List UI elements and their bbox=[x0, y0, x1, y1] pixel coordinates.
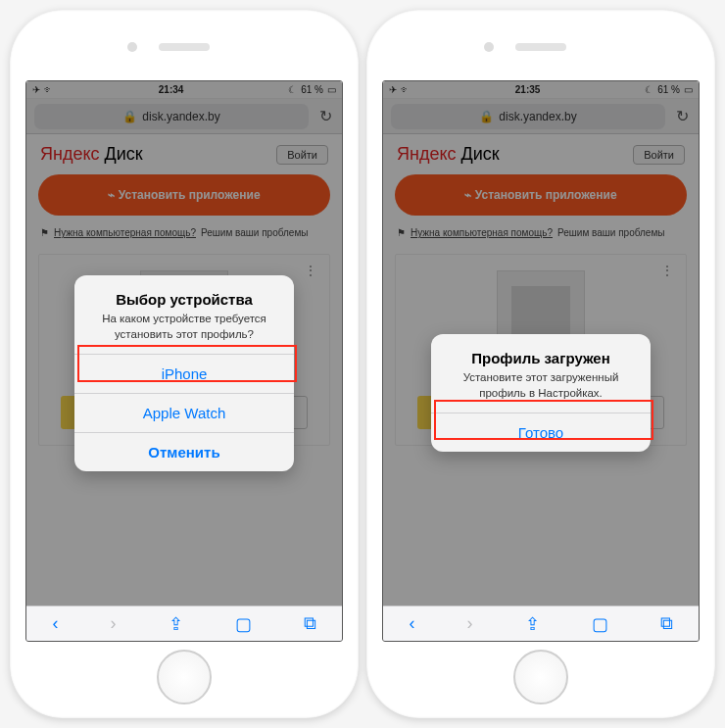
forward-icon: › bbox=[111, 613, 117, 634]
speaker bbox=[159, 43, 210, 51]
tabs-icon[interactable]: ⧉ bbox=[660, 613, 673, 634]
back-icon[interactable]: ‹ bbox=[410, 613, 415, 634]
device-choice-alert: Выбор устройства На каком устройстве тре… bbox=[74, 275, 294, 471]
phone-right: ✈︎ ᯤ 21:35 ☾ 61 % ▭ 🔒 disk.yandex.by ↻ Я… bbox=[366, 10, 715, 718]
safari-toolbar: ‹ › ⇪ ▢ ⧉ bbox=[26, 606, 342, 641]
share-icon[interactable]: ⇪ bbox=[169, 613, 183, 635]
screen-left: ✈︎ ᯤ 21:34 ☾ 61 % ▭ 🔒 disk.yandex.by ↻ Я… bbox=[25, 80, 343, 642]
bookmarks-icon[interactable]: ▢ bbox=[592, 613, 608, 635]
camera-dot bbox=[484, 42, 494, 52]
alert-option-applewatch[interactable]: Apple Watch bbox=[74, 393, 294, 432]
home-button[interactable] bbox=[513, 650, 568, 704]
back-icon[interactable]: ‹ bbox=[53, 613, 59, 634]
tabs-icon[interactable]: ⧉ bbox=[304, 613, 316, 634]
screen-right: ✈︎ ᯤ 21:35 ☾ 61 % ▭ 🔒 disk.yandex.by ↻ Я… bbox=[382, 80, 700, 642]
forward-icon: › bbox=[467, 613, 473, 634]
phone-left: ✈︎ ᯤ 21:34 ☾ 61 % ▭ 🔒 disk.yandex.by ↻ Я… bbox=[10, 10, 359, 718]
alert-close[interactable]: Готово bbox=[431, 413, 651, 452]
home-button[interactable] bbox=[157, 650, 212, 704]
bookmarks-icon[interactable]: ▢ bbox=[235, 613, 252, 635]
alert-cancel[interactable]: Отменить bbox=[74, 432, 294, 471]
alert-title: Выбор устройства bbox=[90, 291, 278, 308]
share-icon[interactable]: ⇪ bbox=[525, 613, 540, 635]
profile-downloaded-alert: Профиль загружен Установите этот загруже… bbox=[431, 334, 651, 452]
alert-option-iphone[interactable]: iPhone bbox=[74, 354, 294, 393]
alert-title: Профиль загружен bbox=[447, 350, 635, 366]
camera-dot bbox=[127, 42, 137, 52]
safari-toolbar: ‹ › ⇪ ▢ ⧉ bbox=[383, 606, 699, 641]
alert-message: Установите этот загруженный профиль в На… bbox=[447, 370, 635, 401]
speaker bbox=[515, 43, 566, 51]
alert-message: На каком устройстве требуется установить… bbox=[90, 312, 278, 342]
